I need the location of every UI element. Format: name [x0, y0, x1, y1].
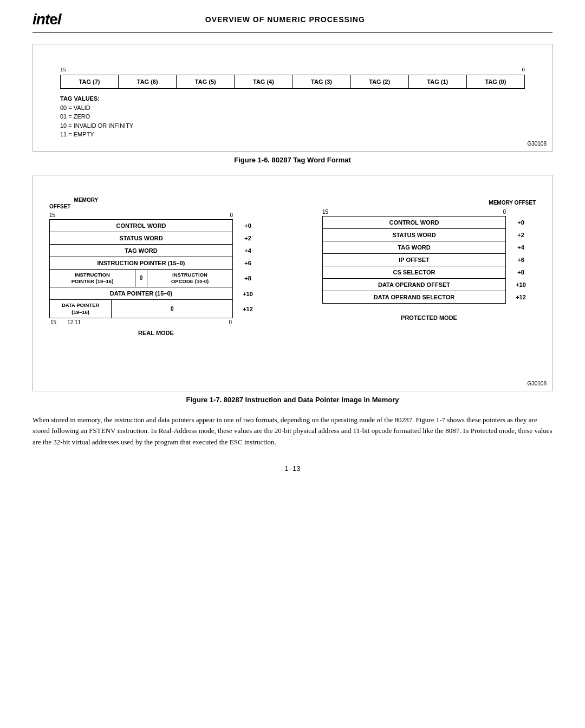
prot-row-5: CS SELECTOR +8 — [322, 266, 536, 279]
tag-cells: TAG (7) TAG (6) TAG (5) TAG (4) TAG (3) … — [60, 75, 525, 89]
real-mode-column: . MEMORYOFFSET 15 0 CONTROL WORD +0 STAT… — [49, 197, 263, 336]
real-row-4: INSTRUCTION POINTER (15–0) +6 — [49, 257, 263, 270]
real-row-7: DATA POINTER(19–16) 0 +12 — [49, 300, 263, 318]
protected-mode-label: PROTECTED MODE — [322, 314, 536, 321]
prot-row-1: CONTROL WORD +0 — [322, 216, 536, 229]
figure2-caption: Figure 1-7. 80287 Instruction and Data P… — [32, 396, 552, 404]
page-header: intel OVERVIEW OF NUMERIC PROCESSING — [32, 11, 552, 33]
figure2-box: . MEMORYOFFSET 15 0 CONTROL WORD +0 STAT… — [32, 175, 552, 391]
real-mode-label: REAL MODE — [49, 330, 263, 336]
protected-offset-header: MEMORY OFFSET — [489, 200, 536, 206]
intel-logo: intel — [32, 11, 61, 28]
real-row-1: CONTROL WORD +0 — [49, 219, 263, 232]
tag-cell-1: TAG (1) — [409, 75, 467, 89]
tag-cell-2: TAG (2) — [351, 75, 409, 89]
bit-labels-fig1: 15 0 — [60, 66, 525, 73]
prot-row-4: IP OFFSET +6 — [322, 254, 536, 266]
page-title: OVERVIEW OF NUMERIC PROCESSING — [205, 15, 365, 24]
tag-cell-7: TAG (7) — [60, 75, 119, 89]
bit-low-fig1: 0 — [522, 66, 525, 73]
tag-cell-3: TAG (3) — [293, 75, 351, 89]
figure1-caption: Figure 1-6. 80287 Tag Word Format — [32, 156, 552, 164]
real-mode-offset-header: . MEMORYOFFSET — [49, 197, 263, 210]
memory-layout: . MEMORYOFFSET 15 0 CONTROL WORD +0 STAT… — [44, 192, 541, 342]
tag-cell-5: TAG (5) — [177, 75, 235, 89]
protected-mode-column: MEMORY OFFSET 15 0 CONTROL WORD +0 STATU… — [322, 197, 536, 321]
body-paragraph: When stored in memory, the instruction a… — [32, 415, 552, 448]
real-bottom-bits: 15 12 11 0 — [49, 319, 263, 325]
real-row-6: DATA POINTER (15–0) +10 — [49, 287, 263, 300]
tag-value-11: 11 = EMPTY — [60, 130, 525, 139]
prot-bit-high: 15 — [322, 209, 328, 215]
tag-cell-6: TAG (6) — [119, 75, 177, 89]
prot-row-7: DATA OPERAND SELECTOR +12 — [322, 291, 536, 304]
page-number: 1–13 — [32, 464, 552, 473]
real-bit-low: 0 — [230, 212, 233, 218]
real-row-3: TAG WORD +4 — [49, 245, 263, 257]
figure1-box: 15 0 TAG (7) TAG (6) TAG (5) TAG (4) TAG… — [32, 44, 552, 152]
prot-row-3: TAG WORD +4 — [322, 241, 536, 254]
g-code-fig2: G30108 — [527, 381, 547, 386]
bit-high-fig1: 15 — [60, 66, 66, 73]
tag-value-10: 10 = INVALID OR INFINITY — [60, 121, 525, 130]
real-row-2: STATUS WORD +2 — [49, 232, 263, 245]
prot-bit-low: 0 — [503, 209, 506, 215]
tag-row-container: 15 0 TAG (7) TAG (6) TAG (5) TAG (4) TAG… — [49, 61, 536, 145]
g-code-fig1: G30108 — [527, 141, 547, 147]
real-row-5: INSTRUCTIONPOINTER (19–16) 0 INSTRUCTION… — [49, 270, 263, 288]
tag-cell-0: TAG (0) — [467, 75, 525, 89]
tag-values-block: TAG VALUES: 00 = VALID 01 = ZERO 10 = IN… — [60, 94, 525, 139]
real-bit-high: 15 — [49, 212, 55, 218]
prot-row-2: STATUS WORD +2 — [322, 229, 536, 241]
tag-values-label: TAG VALUES: — [60, 95, 100, 102]
tag-value-00: 00 = VALID — [60, 103, 525, 113]
prot-row-6: DATA OPERAND OFFSET +10 — [322, 279, 536, 291]
tag-cell-4: TAG (4) — [235, 75, 292, 89]
tag-value-01: 01 = ZERO — [60, 112, 525, 121]
